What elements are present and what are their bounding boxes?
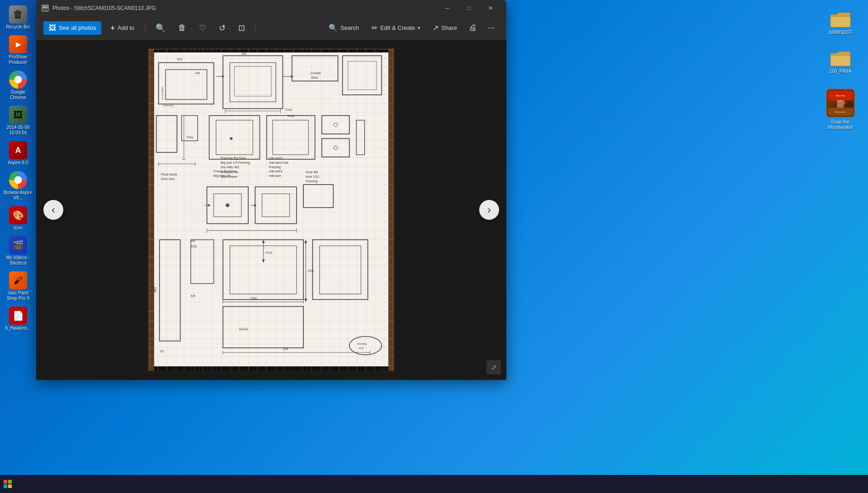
search-label: Search xyxy=(340,24,359,31)
start-button[interactable] xyxy=(0,475,15,493)
100pana-label: 100_PANA xyxy=(830,69,852,74)
see-all-photos-icon: 🖼 xyxy=(49,24,56,32)
svg-text:mat size: mat size xyxy=(269,174,281,178)
search-icon: 🔍 xyxy=(329,24,338,32)
desktop-icons-left: 🗑 Recycle Bin ▶ ProShow Producer Google … xyxy=(0,0,36,475)
maximize-button[interactable]: □ xyxy=(458,1,479,15)
prev-arrow-icon: ‹ xyxy=(52,204,55,215)
taskbar xyxy=(0,475,868,493)
svg-text:Sno Attic NO: Sno Attic NO xyxy=(221,166,239,169)
svg-text:1½/1: 1½/1 xyxy=(265,251,273,255)
100pana-folder[interactable]: 100_PANA xyxy=(822,48,859,76)
prev-photo-button[interactable]: ‹ xyxy=(43,200,63,220)
search-button[interactable]: 🔍 Search xyxy=(323,21,364,35)
share-button[interactable]: ↗ Share xyxy=(427,21,462,35)
google-chrome-label: Google Chrome xyxy=(3,90,33,100)
svg-text:8/5: 8/5 xyxy=(191,239,195,243)
proshow-icon[interactable]: ▶ ProShow Producer xyxy=(1,33,35,67)
favorite-button[interactable]: ♡ xyxy=(194,20,211,36)
svg-text:4/4: 4/4 xyxy=(195,71,200,75)
svg-rect-109 xyxy=(8,484,12,488)
edit-create-button[interactable]: ✏ Edit & Create ▾ xyxy=(366,21,425,35)
windows-logo-icon xyxy=(4,480,12,488)
svg-rect-106 xyxy=(4,480,7,484)
svg-text:Door size: Door size xyxy=(161,177,175,181)
toolbar-separator-2 xyxy=(255,23,255,33)
fullscreen-button[interactable]: ⤢ xyxy=(486,360,501,374)
print-button[interactable]: 🖨 xyxy=(464,20,481,35)
woodworker-label: Draw the Woodworker xyxy=(824,119,857,130)
icon-item[interactable]: 🎨 Icon xyxy=(1,204,35,232)
title-bar-left: 📷 Photos - StitchSCAN0105-SCAN0110.JPG xyxy=(42,5,156,12)
svg-text:35/2: 35/2 xyxy=(154,287,157,293)
jasc-paint-label: Jasc Paint Shop Pro 9 xyxy=(3,290,33,301)
see-all-photos-button[interactable]: 🖼 See all photos xyxy=(43,21,101,35)
woodworker-icon[interactable]: Draw the Woodworker 🪵 Draw the Woodworke… xyxy=(822,87,859,132)
svg-text:7/4/2: 7/4/2 xyxy=(288,114,295,118)
svg-text:Pivot frame: Pivot frame xyxy=(161,173,177,176)
100msdcf-label: 100MSDCF xyxy=(829,30,852,35)
next-arrow-icon: › xyxy=(487,204,491,215)
google-chrome-icon[interactable]: Google Chrome xyxy=(1,69,35,102)
share-label: Share xyxy=(441,24,457,31)
svg-point-20 xyxy=(230,137,232,140)
svg-rect-0 xyxy=(149,49,393,371)
more-button[interactable]: ··· xyxy=(483,20,499,35)
recycle-bin-icon[interactable]: 🗑 Recycle Bin xyxy=(1,4,35,32)
proshow-label: ProShow Producer xyxy=(3,54,33,65)
svg-rect-108 xyxy=(4,484,7,488)
svg-text:7/2: 7/2 xyxy=(160,350,164,353)
zoom-in-button[interactable]: 🔍 xyxy=(151,20,170,36)
svg-rect-107 xyxy=(8,480,12,484)
folder-icon-2 xyxy=(830,50,851,67)
edit-create-label: Edit & Create xyxy=(380,24,415,31)
svg-text:13¾: 13¾ xyxy=(307,269,314,273)
svg-text:Sub Drawer: Sub Drawer xyxy=(221,175,238,179)
folder-icon xyxy=(830,11,851,28)
photo-image: Pivot frame Door size Frame Big Door Big… xyxy=(147,47,396,373)
sketch-grid: Pivot frame Door size Frame Big Door Big… xyxy=(149,49,394,371)
browse-aspire-icon[interactable]: Browse Aspire V8... xyxy=(1,169,35,203)
svg-text:Framing: Framing xyxy=(269,166,281,169)
photos-window: 📷 Photos - StitchSCAN0105-SCAN0110.JPG ─… xyxy=(36,0,506,380)
recycle-bin-label: Recycle Bin xyxy=(6,24,30,30)
svg-text:1⅛/2: 1⅛/2 xyxy=(285,108,292,112)
minimize-button[interactable]: ─ xyxy=(437,1,458,15)
close-button[interactable]: ✕ xyxy=(480,1,501,15)
svg-text:Framing: Framing xyxy=(306,180,317,183)
svg-text:Suming: Suming xyxy=(357,342,367,345)
delete-button[interactable]: 🗑 xyxy=(174,20,191,35)
svg-text:¾/1: ¾/1 xyxy=(177,57,182,61)
add-to-button[interactable]: + Add to xyxy=(105,21,140,35)
window-title: Photos - StitchSCAN0105-SCAN0110.JPG xyxy=(52,5,156,11)
100msdcf-folder[interactable]: 100MSDCF xyxy=(822,9,859,37)
crop-button[interactable]: ⊡ xyxy=(234,20,250,36)
browse-aspire-label: Browse Aspire V8... xyxy=(3,190,33,201)
share-icon: ↗ xyxy=(433,24,439,32)
title-bar: 📷 Photos - StitchSCAN0105-SCAN0110.JPG ─… xyxy=(36,0,506,16)
jasc-paint-icon[interactable]: 🖌 Jasc Paint Shop Pro 9 xyxy=(1,270,35,303)
see-all-photos-label: See all photos xyxy=(59,24,96,31)
next-photo-button[interactable]: › xyxy=(479,200,499,220)
my-videos-label: My Videos - Shortcut xyxy=(3,255,33,266)
pdf-icon[interactable]: 📄 9_Hawkins... xyxy=(1,305,35,333)
svg-text:6/5: 6/5 xyxy=(191,294,195,298)
svg-text:4/21: 4/21 xyxy=(191,245,197,248)
my-videos-icon[interactable]: 🎬 My Videos - Shortcut xyxy=(1,234,35,268)
rotate-button[interactable]: ↺ xyxy=(214,20,230,36)
photo-2014-icon[interactable]: 🖼 2014-05-09 15:03:56 xyxy=(1,104,35,137)
photos-app-icon: 📷 xyxy=(42,5,49,12)
icon-item-label: Icon xyxy=(14,225,23,231)
sketch-svg: Pivot frame Door size Frame Big Door Big… xyxy=(149,49,394,371)
photo-container: ‹ xyxy=(36,40,506,380)
svg-text:7/4¼: 7/4¼ xyxy=(186,136,193,139)
pdf-label: 9_Hawkins... xyxy=(5,326,31,331)
aspire-icon[interactable]: A Aspire 8.0 xyxy=(1,139,35,167)
svg-point-39 xyxy=(226,204,229,207)
svg-text:mat word: mat word xyxy=(269,170,282,173)
window-controls: ─ □ ✕ xyxy=(437,1,501,15)
desktop-icons-right: 100MSDCF 100_PANA Draw the Woodworker 🪵 … xyxy=(822,9,859,132)
svg-text:S.S: S.S xyxy=(359,346,363,350)
svg-text:Framing Big Door: Framing Big Door xyxy=(221,156,246,160)
svg-text:Corrido: Corrido xyxy=(310,71,321,75)
